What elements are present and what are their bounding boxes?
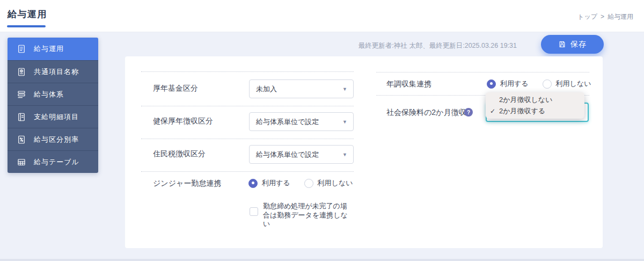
sidebar-item-label: 給与テーブル bbox=[34, 157, 79, 167]
floppy-disk-icon bbox=[558, 40, 566, 48]
attendance-link-radio-group: 利用する 利用しない bbox=[248, 178, 353, 188]
last-updated-text: 最終更新者:神社 太郎、最終更新日:2025.03.26 19:31 bbox=[358, 41, 517, 50]
chevron-down-icon: ▼ bbox=[342, 86, 347, 92]
dropdown-option-label: 2か月徴収しない bbox=[499, 95, 552, 105]
resident-tax-select[interactable]: 給与体系単位で設定 ▼ bbox=[249, 145, 354, 164]
breadcrumb-separator: > bbox=[601, 13, 604, 20]
two-month-collection-dropdown: 2か月徴収しない ✓ 2か月徴収する bbox=[486, 92, 584, 119]
sidebar-item-payroll-operation[interactable]: 給与運用 bbox=[8, 38, 98, 60]
separator bbox=[141, 139, 354, 139]
two-month-collection-label: 社会保険料の2か月徴収 bbox=[386, 108, 466, 118]
payslip-items-icon bbox=[17, 112, 26, 122]
attendance-link-radio-no-use-label[interactable]: 利用しない bbox=[318, 178, 353, 188]
year-end-link-radio-group: 利用する 利用しない bbox=[487, 79, 591, 89]
breadcrumb-current: 給与運用 bbox=[608, 13, 633, 20]
sidebar-item-salary-table[interactable]: 給与テーブル bbox=[8, 150, 98, 173]
dropdown-option-label: 2か月徴収する bbox=[499, 106, 545, 116]
health-pension-select[interactable]: 給与体系単位で設定 ▼ bbox=[249, 112, 354, 131]
top-header: 給与運用 トップ>給与運用 bbox=[0, 0, 644, 32]
dropdown-option-collect-selected[interactable]: ✓ 2か月徴収する bbox=[486, 105, 584, 117]
salary-table-icon bbox=[17, 157, 26, 167]
resident-tax-label: 住民税徴収区分 bbox=[153, 149, 206, 159]
settings-panel: 厚年基金区分 未加入 ▼ 健保厚年徴収区分 給与体系単位で設定 ▼ 住民税徴収区… bbox=[125, 56, 603, 248]
attendance-checkbox-label[interactable]: 勤怠締め処理が未完了の場合は勤務データを連携しない bbox=[263, 202, 351, 229]
page-title: 給与運用 bbox=[8, 8, 47, 20]
year-end-link-radio-use[interactable] bbox=[487, 79, 496, 89]
health-pension-select-value: 給与体系単位で設定 bbox=[256, 117, 319, 127]
attendance-link-radio-use[interactable] bbox=[248, 179, 258, 188]
sidebar-item-label: 給与体系 bbox=[34, 90, 64, 99]
dropdown-option-no-collect[interactable]: 2か月徴収しない bbox=[486, 94, 584, 105]
bottom-edge bbox=[0, 259, 644, 261]
health-pension-label: 健保厚年徴収区分 bbox=[153, 117, 213, 126]
sidebar-item-label: 共通項目名称 bbox=[34, 67, 79, 77]
checkmark-icon: ✓ bbox=[490, 107, 499, 115]
common-item-names-icon bbox=[17, 67, 26, 77]
save-button-label: 保存 bbox=[570, 40, 587, 49]
sidebar: 給与運用 共通項目名称 給与体系 支給明細項目 給与区分別率 bbox=[8, 38, 98, 173]
resident-tax-select-value: 給与体系単位で設定 bbox=[256, 150, 319, 160]
year-end-link-radio-no-use[interactable] bbox=[543, 79, 552, 89]
attendance-checkbox-row: 勤怠締め処理が未完了の場合は勤務データを連携しない bbox=[250, 202, 351, 229]
sidebar-item-label: 給与運用 bbox=[34, 44, 64, 54]
question-mark-icon[interactable]: ? bbox=[464, 108, 473, 117]
breadcrumb: トップ>給与運用 bbox=[577, 12, 633, 21]
separator bbox=[376, 72, 589, 73]
separator bbox=[141, 106, 354, 106]
year-end-link-radio-use-label[interactable]: 利用する bbox=[500, 79, 529, 89]
chevron-down-icon: ▼ bbox=[342, 152, 347, 157]
pension-fund-select[interactable]: 未加入 ▼ bbox=[249, 79, 354, 98]
pension-fund-label: 厚年基金区分 bbox=[153, 84, 198, 93]
separator bbox=[141, 171, 354, 172]
sidebar-item-payslip-items[interactable]: 支給明細項目 bbox=[8, 105, 98, 128]
save-button[interactable]: 保存 bbox=[541, 35, 604, 54]
salary-structure-icon bbox=[17, 90, 26, 99]
separator bbox=[141, 71, 354, 72]
sidebar-item-salary-structure[interactable]: 給与体系 bbox=[8, 83, 98, 105]
payroll-settings-page: 給与運用 トップ>給与運用 給与運用 共通項目名称 給与体系 bbox=[0, 0, 644, 261]
pension-fund-select-value: 未加入 bbox=[256, 84, 277, 94]
attendance-link-radio-use-label[interactable]: 利用する bbox=[262, 178, 290, 188]
sidebar-item-common-item-names[interactable]: 共通項目名称 bbox=[8, 60, 98, 83]
attendance-checkbox[interactable] bbox=[250, 207, 258, 216]
attendance-link-label: ジンジャー勤怠連携 bbox=[153, 179, 221, 189]
payroll-operation-icon bbox=[17, 44, 26, 54]
sidebar-item-salary-category-rate[interactable]: 給与区分別率 bbox=[8, 128, 98, 150]
attendance-link-radio-no-use[interactable] bbox=[304, 179, 313, 188]
year-end-link-label: 年調収集連携 bbox=[386, 79, 431, 89]
sidebar-item-label: 給与区分別率 bbox=[34, 135, 79, 144]
year-end-link-radio-no-use-label[interactable]: 利用しない bbox=[556, 79, 591, 89]
sidebar-item-label: 支給明細項目 bbox=[34, 112, 79, 122]
chevron-down-icon: ▼ bbox=[342, 119, 347, 125]
salary-category-rate-icon bbox=[17, 135, 26, 144]
breadcrumb-home-link[interactable]: トップ bbox=[577, 13, 597, 20]
title-underline bbox=[7, 25, 46, 27]
